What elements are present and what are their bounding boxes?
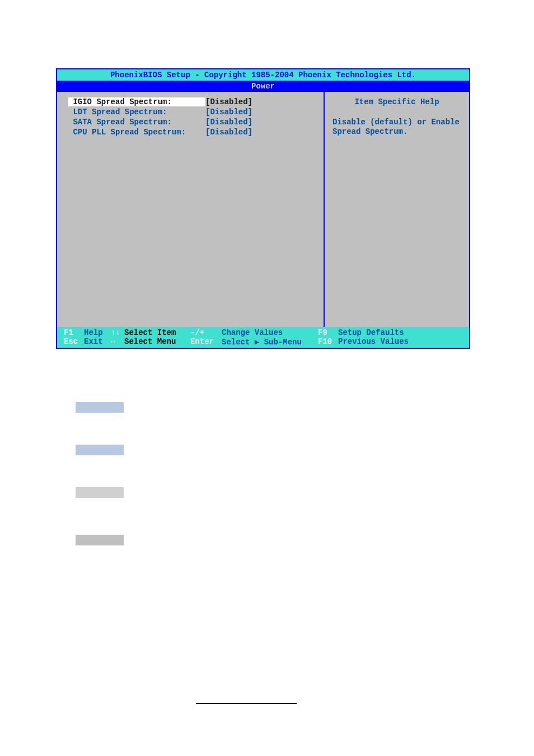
- footer-key-plusminus: -/+: [190, 328, 222, 337]
- setting-row[interactable]: SATA Spread Spectrum: [Disabled]: [68, 118, 312, 127]
- setting-label: SATA Spread Spectrum:: [68, 118, 205, 127]
- setting-value[interactable]: [Disabled]: [205, 97, 252, 106]
- footer-action-exit: Exit: [84, 337, 111, 347]
- footer-action-previous-values: Previous Values: [338, 337, 409, 347]
- footer-action-help: Help: [84, 328, 111, 337]
- footer-action-select-menu: Select Menu: [124, 337, 190, 347]
- footer-key-f10: F10: [318, 337, 338, 347]
- redacted-block: [76, 445, 124, 455]
- setting-label: IGIO Spread Spectrum:: [68, 97, 205, 106]
- footer-key-f1: F1: [64, 328, 84, 337]
- footer-key-updown: ↑↓: [111, 328, 124, 337]
- redacted-block: [76, 487, 124, 498]
- bios-help-panel: Item Specific Help Disable (default) or …: [325, 92, 469, 327]
- placeholder-box: [76, 445, 124, 455]
- setting-label: CPU PLL Spread Spectrum:: [68, 128, 205, 137]
- footer-key-f9: F9: [318, 328, 338, 337]
- setting-row[interactable]: IGIO Spread Spectrum: [Disabled]: [68, 97, 312, 106]
- bios-content: IGIO Spread Spectrum: [Disabled] LDT Spr…: [57, 92, 469, 327]
- setting-value[interactable]: [Disabled]: [205, 128, 252, 137]
- footer-action-select-item: Select Item: [124, 328, 190, 337]
- footer-key-esc: Esc: [64, 337, 84, 347]
- setting-label: LDT Spread Spectrum:: [68, 108, 205, 116]
- setting-value[interactable]: [Disabled]: [205, 108, 252, 116]
- help-text: Disable (default) or Enable Spread Spect…: [332, 118, 461, 137]
- footer-action-change-values: Change Values: [222, 328, 318, 337]
- bios-window: PhoenixBIOS Setup - Copyright 1985-2004 …: [56, 68, 470, 349]
- footer-action-setup-defaults: Setup Defaults: [338, 328, 404, 337]
- redacted-block: [76, 402, 124, 413]
- divider-line: [196, 703, 297, 704]
- placeholder-box: [76, 487, 124, 498]
- footer-key-enter: Enter: [190, 337, 222, 347]
- bios-footer: F1 Help ↑↓ Select Item -/+ Change Values…: [57, 327, 469, 348]
- footer-row-1: F1 Help ↑↓ Select Item -/+ Change Values…: [64, 328, 462, 337]
- footer-action-submenu: Select ▶ Sub-Menu: [222, 337, 318, 347]
- footer-row-2: Esc Exit ↔ Select Menu Enter Select ▶ Su…: [64, 337, 462, 347]
- redacted-block: [76, 535, 124, 545]
- bios-title: PhoenixBIOS Setup - Copyright 1985-2004 …: [57, 69, 469, 81]
- setting-row[interactable]: LDT Spread Spectrum: [Disabled]: [68, 108, 312, 116]
- placeholder-box: [76, 535, 124, 545]
- setting-value[interactable]: [Disabled]: [205, 118, 252, 127]
- bios-main-panel: IGIO Spread Spectrum: [Disabled] LDT Spr…: [57, 92, 325, 327]
- bios-menu-bar: Power: [57, 81, 469, 92]
- setting-row[interactable]: CPU PLL Spread Spectrum: [Disabled]: [68, 128, 312, 137]
- menu-tab-power[interactable]: Power: [249, 82, 277, 91]
- help-title: Item Specific Help: [332, 97, 461, 106]
- footer-key-leftright: ↔: [111, 337, 124, 347]
- placeholder-box: [76, 402, 124, 413]
